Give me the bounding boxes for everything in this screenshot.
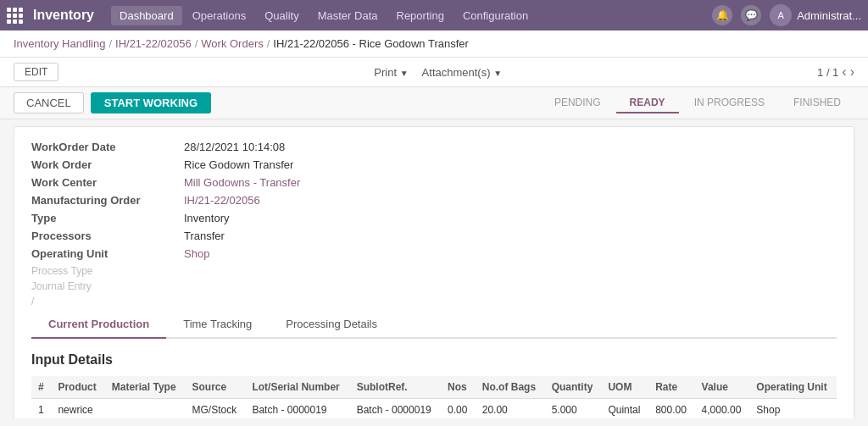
main-content: WorkOrder Date 28/12/2021 10:14:08 Work … [0,119,868,418]
print-button[interactable]: Print ▼ [374,66,408,79]
label-work-center: Work Center [31,176,184,189]
col-num: # [31,376,51,399]
value-manufacturing-order[interactable]: IH/21-22/02056 [184,194,260,207]
cell-uom: Quintal [601,399,648,419]
menu-item-dashboard[interactable]: Dashboard [111,6,182,25]
breadcrumb-sep-1: / [108,37,112,50]
breadcrumb: Inventory Handling / IH/21-22/02056 / Wo… [0,30,868,58]
status-finished: FINISHED [780,93,854,113]
topnav-right: 🔔 💬 A Administrat... [712,4,861,26]
cell-sublot-ref: Batch - 0000019 [350,399,441,419]
cancel-button[interactable]: CANCEL [14,92,84,113]
chat-icon[interactable]: 💬 [741,5,761,25]
value-work-order: Rice Godown Transfer [184,158,293,171]
value-operating-unit[interactable]: Shop [184,247,209,260]
action-center: Print ▼ Attachment(s) ▼ [65,66,810,79]
print-dropdown-arrow: ▼ [400,69,409,78]
label-processors: Processors [31,230,184,242]
grid-icon [7,8,23,24]
menu-item-configuration[interactable]: Configuration [454,6,537,25]
hint-process-type: Process Type [31,265,837,277]
user-menu[interactable]: A Administrat... [770,4,861,26]
action-bar: EDIT Print ▼ Attachment(s) ▼ 1 / 1 ‹ › [0,58,868,87]
form-row-workorder-date: WorkOrder Date 28/12/2021 10:14:08 [31,141,837,153]
pager-text: 1 / 1 [817,66,838,79]
tab-time-tracking[interactable]: Time Tracking [166,311,269,339]
attachment-button[interactable]: Attachment(s) ▼ [422,66,502,79]
pager: 1 / 1 ‹ › [817,64,854,80]
label-workorder-date: WorkOrder Date [31,141,184,153]
status-pending: PENDING [541,93,615,113]
brand-name: Inventory [33,8,94,23]
cell-operating-unit: Shop [749,399,837,419]
print-label: Print [374,66,397,79]
breadcrumb-current: IH/21-22/02056 - Rice Godown Transfer [273,37,469,50]
cell-product: newrice [51,399,104,419]
form-row-work-order: Work Order Rice Godown Transfer [31,158,837,171]
col-uom: UOM [601,376,648,399]
value-processors: Transfer [184,230,225,242]
tabs-bar: Current Production Time Tracking Process… [31,311,837,339]
cell-rate: 800.00 [648,399,694,419]
input-details-table: # Product Material Type Source Lot/Seria… [31,376,837,418]
avatar: A [770,4,792,26]
cell-value: 4,000.00 [695,399,750,419]
hint-slash: / [31,296,837,307]
value-work-center[interactable]: Mill Godowns - Transfer [184,176,300,189]
breadcrumb-ih-ref[interactable]: IH/21-22/02056 [115,37,192,50]
attachment-dropdown-arrow: ▼ [493,69,502,78]
form-row-processors: Processors Transfer [31,230,837,242]
notification-icon[interactable]: 🔔 [712,5,732,25]
label-type: Type [31,212,184,224]
start-working-button[interactable]: START WORKING [91,92,211,113]
cell-source: MG/Stock [186,399,246,419]
col-no-of-bags: No.of Bags [476,376,545,399]
table-row[interactable]: 1 newrice MG/Stock Batch - 0000019 Batch… [31,399,837,419]
form-row-operating-unit: Operating Unit Shop [31,247,837,260]
attachment-label: Attachment(s) [422,66,491,79]
cell-lot-serial: Batch - 0000019 [245,399,349,419]
top-menu: Dashboard Operations Quality Master Data… [111,6,712,25]
col-value: Value [695,376,750,399]
col-material-type: Material Type [105,376,186,399]
menu-item-quality[interactable]: Quality [256,6,307,25]
label-operating-unit: Operating Unit [31,247,184,260]
tab-current-production[interactable]: Current Production [31,311,166,339]
top-navigation: Inventory Dashboard Operations Quality M… [0,0,868,30]
value-workorder-date: 28/12/2021 10:14:08 [184,141,285,153]
col-product: Product [51,376,104,399]
col-source: Source [186,376,246,399]
label-manufacturing-order: Manufacturing Order [31,194,184,207]
value-type: Inventory [184,212,229,224]
form-row-work-center: Work Center Mill Godowns - Transfer [31,176,837,189]
edit-button[interactable]: EDIT [14,63,58,81]
label-work-order: Work Order [31,158,184,171]
col-operating-unit: Operating Unit [749,376,837,399]
breadcrumb-work-orders[interactable]: Work Orders [201,37,263,50]
breadcrumb-sep-3: / [267,37,270,50]
breadcrumb-sep-2: / [195,37,198,50]
cell-nos: 0.00 [441,399,476,419]
cell-material-type [105,399,186,419]
hint-journal-entry: Journal Entry [31,280,837,292]
cell-quantity: 5.000 [545,399,602,419]
form-card: WorkOrder Date 28/12/2021 10:14:08 Work … [14,126,854,418]
menu-item-master-data[interactable]: Master Data [309,6,387,25]
cell-no-of-bags: 20.00 [476,399,545,419]
form-row-type: Type Inventory [31,212,837,224]
breadcrumb-inventory-handling[interactable]: Inventory Handling [14,37,105,50]
col-lot-serial: Lot/Serial Number [245,376,349,399]
col-nos: Nos [441,376,476,399]
menu-item-operations[interactable]: Operations [184,6,255,25]
status-in-progress: IN PROGRESS [681,93,778,113]
tab-processing-details[interactable]: Processing Details [269,311,394,339]
form-row-manufacturing-order: Manufacturing Order IH/21-22/02056 [31,194,837,207]
status-bar: PENDING READY IN PROGRESS FINISHED [218,93,854,113]
col-quantity: Quantity [545,376,602,399]
user-name: Administrat... [797,9,861,22]
pager-next[interactable]: › [850,64,854,80]
menu-item-reporting[interactable]: Reporting [388,6,453,25]
pager-prev[interactable]: ‹ [842,64,846,80]
col-sublot-ref: SublotRef. [350,376,441,399]
brand-logo[interactable]: Inventory [7,8,94,24]
